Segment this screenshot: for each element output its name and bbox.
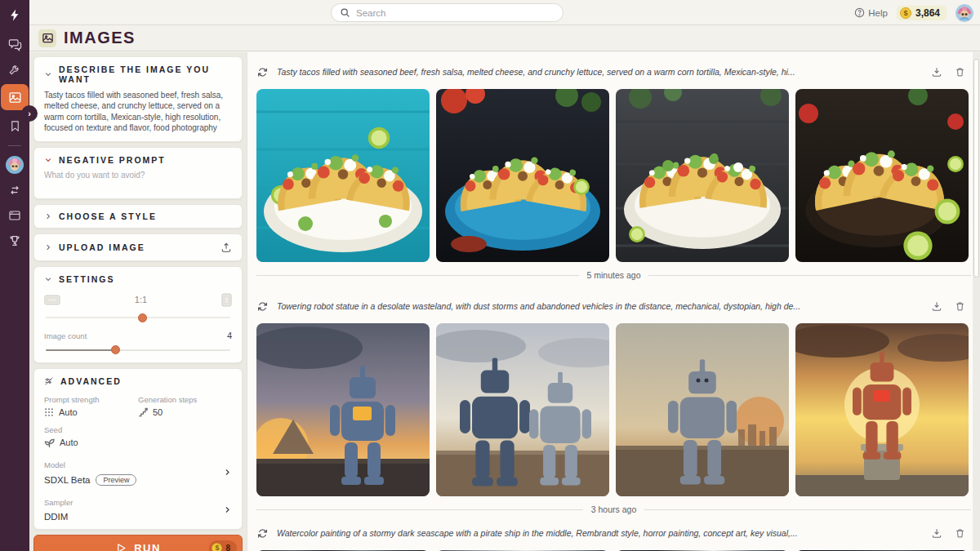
sidebar-item-chat[interactable] — [2, 33, 27, 55]
describe-card: DESCRIBE THE IMAGE YOU WANT Tasty tacos … — [33, 56, 243, 142]
aspect-ratio-value: 1:1 — [135, 295, 147, 304]
sampler-value: DDIM — [44, 512, 68, 522]
download-icon[interactable] — [931, 300, 942, 312]
generation-row-seascape: Watercolor painting of a stormy dark sea… — [247, 518, 980, 551]
run-label: RUN — [134, 542, 161, 551]
user-avatar[interactable] — [956, 4, 973, 22]
seed-label: Seed — [44, 425, 138, 434]
settings-title: SETTINGS — [59, 274, 115, 284]
generation-panel: DESCRIBE THE IMAGE YOU WANT Tasty tacos … — [29, 52, 247, 551]
aspect-ratio-slider[interactable] — [44, 313, 232, 322]
image-count-slider-thumb[interactable] — [111, 345, 120, 354]
image-count-slider[interactable] — [44, 344, 232, 355]
portrait-ratio-icon — [221, 293, 232, 307]
search-box[interactable] — [331, 3, 564, 22]
credits-value: 3,864 — [915, 7, 940, 19]
prompt-strength-field[interactable]: Prompt strength Auto — [44, 395, 138, 417]
rerun-icon[interactable] — [257, 301, 268, 312]
describe-section-header[interactable]: DESCRIBE THE IMAGE YOU WANT — [44, 64, 232, 84]
image-count-label: Image count — [44, 331, 87, 340]
settings-section-header[interactable]: SETTINGS — [44, 274, 232, 284]
sidebar-item-tools[interactable] — [2, 59, 27, 80]
run-cost-badge: $ 8 — [209, 540, 237, 551]
search-icon — [340, 7, 350, 18]
run-button[interactable]: RUN $ 8 — [33, 535, 243, 551]
generated-image[interactable] — [256, 323, 430, 496]
generated-image[interactable] — [436, 323, 609, 496]
prompt-strength-value: Auto — [59, 407, 78, 417]
app-logo-lightning-icon[interactable] — [2, 4, 27, 25]
generation-row-tacos: Tasty tacos filled with seasoned beef, f… — [247, 57, 980, 282]
advanced-title: ADVANCED — [60, 376, 122, 386]
seed-field[interactable]: Seed Auto — [44, 425, 138, 448]
rail-divider — [8, 145, 21, 146]
images-page-icon — [38, 29, 56, 47]
advanced-sliders-icon — [44, 376, 54, 386]
rerun-icon[interactable] — [257, 528, 268, 539]
style-section-header[interactable]: CHOOSE A STYLE — [44, 211, 232, 221]
generated-image[interactable] — [256, 89, 430, 262]
negative-title: NEGATIVE PROMPT — [59, 155, 166, 165]
chevron-down-icon — [44, 275, 52, 283]
prompt-strength-label: Prompt strength — [44, 395, 138, 404]
generation-steps-field[interactable]: Generation steps 50 — [138, 395, 232, 417]
upload-section-header[interactable]: UPLOAD IMAGE — [44, 242, 232, 253]
sidebar-item-trophy[interactable] — [2, 230, 27, 251]
row-prompt: Towering robot statue in a desolate wast… — [277, 301, 922, 311]
row-timestamp: 5 minutes ago — [587, 270, 641, 280]
rerun-icon[interactable] — [257, 67, 268, 78]
generation-steps-value: 50 — [153, 407, 163, 417]
model-label: Model — [44, 460, 65, 469]
help-icon — [854, 7, 865, 18]
negative-prompt-card: NEGATIVE PROMPT — [33, 147, 243, 199]
download-icon[interactable] — [931, 66, 942, 78]
panel-collapse-chevron[interactable]: › — [21, 105, 38, 122]
style-card: CHOOSE A STYLE — [33, 204, 243, 229]
chevron-down-icon — [44, 156, 52, 164]
upload-icon[interactable] — [220, 242, 232, 253]
advanced-section-header[interactable]: ADVANCED — [44, 376, 232, 386]
trash-icon[interactable] — [955, 66, 965, 78]
feed-scrollbar-track[interactable] — [973, 52, 980, 551]
model-value: SDXL Beta — [44, 475, 90, 485]
sidebar-item-character[interactable] — [2, 154, 27, 176]
sampler-select[interactable]: Sampler DDIM — [44, 494, 232, 522]
style-title: CHOOSE A STYLE — [59, 211, 157, 221]
trash-icon[interactable] — [955, 300, 965, 312]
generated-image[interactable] — [795, 323, 969, 496]
sidebar-item-gallery-window[interactable] — [2, 205, 27, 226]
trash-icon[interactable] — [955, 527, 965, 539]
download-icon[interactable] — [931, 527, 942, 539]
model-select[interactable]: Model SDXL Beta Preview — [44, 456, 232, 486]
page-header: IMAGES — [29, 25, 980, 51]
sidebar-item-transfers[interactable] — [2, 180, 27, 201]
search-input[interactable] — [356, 8, 555, 18]
dots-grid-icon — [44, 407, 54, 417]
image-count-value: 4 — [227, 331, 232, 340]
row-timestamp: 3 hours ago — [591, 504, 636, 514]
run-cost-value: 8 — [225, 544, 230, 551]
page-title: IMAGES — [64, 29, 136, 47]
generated-image[interactable] — [795, 89, 969, 262]
advanced-card: ADVANCED Prompt strength Auto Generation… — [33, 368, 243, 530]
generated-image[interactable] — [616, 89, 789, 262]
help-button[interactable]: Help — [854, 7, 888, 18]
prompt-input[interactable]: Tasty tacos filled with seasoned beef, f… — [44, 90, 232, 134]
chevron-right-icon — [223, 468, 232, 477]
sampler-label: Sampler — [44, 498, 73, 507]
chevron-down-icon — [44, 70, 52, 78]
settings-card: SETTINGS 1:1 Image count 4 — [33, 266, 243, 363]
negative-section-header[interactable]: NEGATIVE PROMPT — [44, 155, 232, 165]
feed-scrollbar-thumb[interactable] — [973, 59, 979, 278]
row-prompt: Tasty tacos filled with seasoned beef, f… — [277, 67, 922, 77]
steps-icon — [138, 407, 148, 417]
seedling-icon — [44, 438, 55, 448]
aspect-ratio-slider-thumb[interactable] — [138, 313, 147, 322]
help-label: Help — [868, 8, 888, 18]
credits-badge[interactable]: $ 3,864 — [897, 6, 947, 20]
describe-title: DESCRIBE THE IMAGE YOU WANT — [59, 64, 232, 84]
top-bar: Help $ 3,864 — [29, 0, 980, 25]
negative-prompt-input[interactable] — [44, 171, 232, 180]
generated-image[interactable] — [616, 323, 789, 496]
generated-image[interactable] — [436, 89, 609, 262]
